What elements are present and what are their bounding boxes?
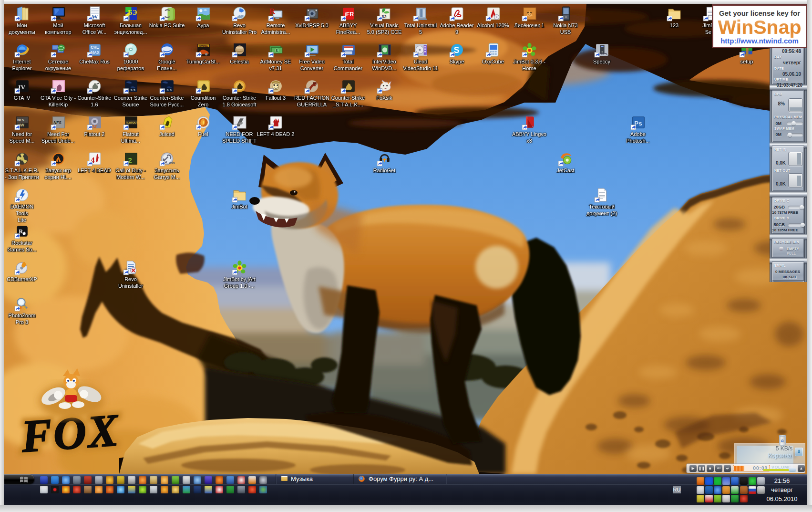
svg-text:3: 3	[23, 305, 26, 311]
svg-text:02: 02	[92, 124, 97, 129]
svg-text:CHE: CHE	[91, 45, 99, 50]
svg-text:css: css	[169, 161, 175, 165]
svg-text:W: W	[92, 13, 98, 20]
svg-text:NFS: NFS	[53, 121, 62, 125]
svg-text:NFS: NFS	[17, 118, 24, 122]
svg-text::S:S: :S:S	[129, 88, 135, 92]
svg-text:$: $	[275, 49, 278, 53]
svg-text:TUNING: TUNING	[198, 44, 208, 47]
svg-text:32: 32	[381, 14, 386, 19]
svg-text::S:S: :S:S	[165, 88, 171, 92]
svg-text:FLATOUT: FLATOUT	[125, 121, 138, 124]
svg-text:R: R	[269, 7, 276, 16]
svg-text:БЭ: БЭ	[128, 9, 137, 16]
